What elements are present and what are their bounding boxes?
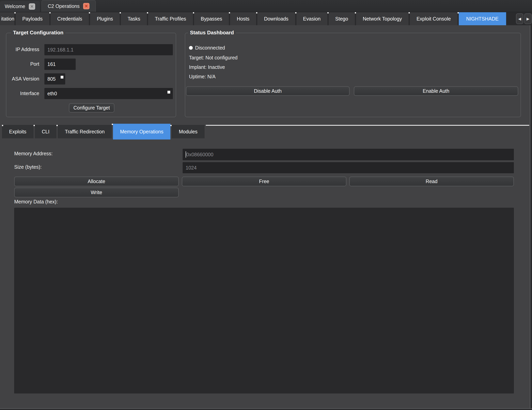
- tab-plugins[interactable]: Plugins: [90, 12, 120, 25]
- tab-exploits[interactable]: Exploits: [2, 125, 34, 138]
- status-dot-icon: [189, 46, 193, 50]
- tab-hosts[interactable]: Hosts: [230, 12, 256, 25]
- memory-data-label: Memory Data (hex):: [14, 199, 58, 205]
- tab-tasks[interactable]: Tasks: [121, 12, 147, 25]
- window-tab-welcome[interactable]: Welcome ✕: [0, 1, 40, 12]
- memory-data-textarea[interactable]: [14, 208, 514, 393]
- tab-traffic-profiles[interactable]: Traffic Profiles: [148, 12, 193, 25]
- disable-auth-button[interactable]: Disable Auth: [186, 86, 350, 96]
- window-tab-c2-operations-label: C2 Operations: [48, 3, 80, 9]
- window-right-edge: [530, 25, 532, 408]
- tab-memory-operations[interactable]: Memory Operations: [113, 124, 171, 139]
- ip-address-label: IP Address: [6, 46, 39, 52]
- asa-version-value: 805: [48, 76, 56, 82]
- target-status: Target: Not configured: [189, 55, 238, 61]
- memory-address-label: Memory Address:: [14, 151, 53, 156]
- interface-value: eth0: [48, 91, 57, 97]
- free-button[interactable]: Free: [182, 177, 346, 186]
- window-tab-welcome-label: Welcome: [5, 4, 25, 9]
- tab-payloads[interactable]: Payloads: [16, 12, 49, 25]
- chevron-right-icon: ▶: [526, 17, 529, 21]
- tab-scroll-left-button[interactable]: ◀: [516, 13, 523, 24]
- memory-address-input[interactable]: 0x08660000: [183, 149, 514, 160]
- chevron-left-icon: ◀: [518, 17, 521, 21]
- tab-modules[interactable]: Modules: [171, 125, 205, 138]
- tab-stego[interactable]: Stego: [329, 12, 355, 25]
- enable-auth-button[interactable]: Enable Auth: [354, 86, 518, 96]
- tab-scroll-right-button[interactable]: ▶: [524, 13, 532, 24]
- port-label: Port: [6, 61, 39, 67]
- interface-label: Interface: [6, 91, 39, 96]
- read-button[interactable]: Read: [349, 177, 514, 186]
- tab-exploitation-clipped[interactable]: itation: [0, 12, 14, 25]
- close-glyph: ✕: [85, 4, 88, 8]
- size-bytes-input[interactable]: [183, 162, 514, 173]
- target-configuration-title: Target Configuration: [11, 30, 65, 36]
- connection-status: Disconnected: [189, 45, 225, 51]
- window-tab-bar: Welcome ✕ C2 Operations ✕: [0, 0, 532, 12]
- tab-bypasses[interactable]: Bypasses: [194, 12, 229, 25]
- close-icon[interactable]: ✕: [83, 3, 89, 9]
- tab-downloads[interactable]: Downloads: [257, 12, 295, 25]
- allocate-button[interactable]: Allocate: [14, 177, 179, 186]
- connection-status-label: Disconnected: [195, 45, 225, 51]
- close-icon[interactable]: ✕: [29, 3, 35, 10]
- tab-scroll-buttons: ◀ ▶: [516, 12, 532, 25]
- memory-address-placeholder: 0x08660000: [186, 152, 213, 157]
- port-input[interactable]: [44, 59, 76, 70]
- tab-pane-top-border: [206, 125, 529, 126]
- tab-nightshade[interactable]: NIGHTSHADE: [459, 12, 506, 25]
- size-bytes-label: Size (bytes):: [14, 164, 42, 170]
- tab-evasion[interactable]: Evasion: [296, 12, 327, 25]
- tab-cli[interactable]: CLI: [35, 125, 57, 138]
- tab-traffic-redirection[interactable]: Traffic Redirection: [58, 125, 112, 138]
- implant-status: Implant: Inactive: [189, 64, 225, 70]
- status-dashboard-title: Status Dashboard: [188, 30, 236, 36]
- uptime-status: Uptime: N/A: [189, 74, 216, 80]
- operations-tab-bar: Exploits CLI Traffic Redirection Memory …: [2, 125, 529, 138]
- tab-network-topology[interactable]: Network Topology: [356, 12, 408, 25]
- asa-version-label: ASA Version: [6, 76, 39, 82]
- close-glyph: ✕: [30, 5, 34, 9]
- window-tab-c2-operations[interactable]: C2 Operations ✕: [41, 0, 96, 12]
- write-button[interactable]: Write: [14, 188, 179, 197]
- tab-credentials[interactable]: Credentials: [51, 12, 89, 25]
- target-configuration-group: Target Configuration IP Address Port ASA…: [6, 33, 176, 117]
- ip-address-input[interactable]: [44, 44, 173, 55]
- tab-exploit-console[interactable]: Exploit Console: [410, 12, 457, 25]
- window-bottom-edge: [0, 408, 532, 410]
- configure-target-button[interactable]: Configure Target: [69, 103, 114, 112]
- dropdown-indicator-icon: [61, 76, 63, 79]
- interface-select[interactable]: eth0: [44, 88, 173, 99]
- main-tab-bar: itation Payloads Credentials Plugins Tas…: [0, 12, 532, 25]
- asa-version-select[interactable]: 805: [44, 73, 65, 84]
- dropdown-indicator-icon: [167, 91, 170, 93]
- status-dashboard-group: Status Dashboard Disconnected Target: No…: [185, 33, 521, 117]
- text-caret: [186, 151, 186, 158]
